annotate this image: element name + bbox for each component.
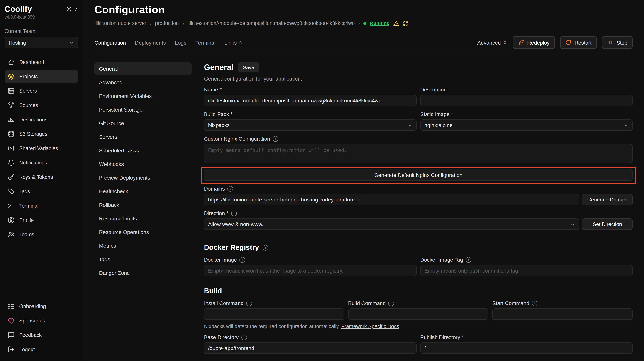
- config-menu-tags[interactable]: Tags: [94, 253, 192, 265]
- build-command-input[interactable]: [348, 308, 488, 320]
- sidebar-item-feedback[interactable]: Feedback: [4, 329, 78, 341]
- tab-terminal[interactable]: Terminal: [196, 40, 216, 46]
- theme-toggle[interactable]: [66, 6, 78, 12]
- heart-icon: [8, 317, 15, 324]
- docker-image-input[interactable]: [204, 265, 416, 276]
- direction-select[interactable]: Allow www & non-www.: [204, 218, 579, 230]
- info-icon[interactable]: i: [262, 245, 268, 250]
- nixpacks-help-text: Nixpacks will detect the required config…: [204, 323, 633, 329]
- sidebar-item-teams[interactable]: Teams: [4, 228, 78, 241]
- sidebar-item-label: Teams: [19, 232, 34, 237]
- sidebar-item-destinations[interactable]: Destinations: [4, 113, 78, 126]
- publish-directory-input[interactable]: [420, 342, 633, 354]
- static-image-select[interactable]: nginx:alpine: [420, 119, 633, 131]
- install-command-label: Install Command i: [204, 300, 344, 306]
- domains-label: Domains i: [204, 186, 633, 192]
- sidebar-item-onboarding[interactable]: Onboarding: [4, 300, 78, 313]
- direction-label: Direction * i: [204, 210, 633, 216]
- sidebar-item-s3-storages[interactable]: S3 Storages: [4, 128, 78, 140]
- warning-triangle-icon[interactable]: [393, 20, 399, 26]
- docker-image-tag-input[interactable]: [420, 265, 633, 276]
- config-menu-advanced[interactable]: Advanced: [94, 76, 192, 89]
- sidebar-item-projects[interactable]: Projects: [4, 70, 78, 83]
- config-menu-webhooks[interactable]: Webhooks: [94, 158, 192, 170]
- config-menu-resource-operations[interactable]: Resource Operations: [94, 226, 192, 238]
- info-icon[interactable]: i: [228, 186, 233, 191]
- config-menu-servers[interactable]: Servers: [94, 130, 192, 143]
- generate-default-nginx-config-button[interactable]: Generate Default Nginx Configuration: [204, 169, 633, 181]
- custom-nginx-textarea[interactable]: [204, 144, 633, 163]
- sidebar-item-dashboard[interactable]: Dashboard: [4, 56, 78, 68]
- info-icon[interactable]: i: [231, 210, 237, 216]
- config-menu-resource-limits[interactable]: Resource Limits: [94, 212, 192, 225]
- annotation-highlight-box: Generate Default Nginx Configuration: [204, 169, 633, 181]
- sidebar-item-sources[interactable]: Sources: [4, 99, 78, 112]
- sidebar-item-tags[interactable]: Tags: [4, 185, 78, 198]
- install-command-input[interactable]: [204, 308, 344, 320]
- build-pack-select[interactable]: Nixpacks: [204, 119, 416, 131]
- breadcrumb-item[interactable]: illicitonion quote server: [94, 21, 146, 26]
- domains-input[interactable]: [204, 194, 579, 205]
- tab-deployments[interactable]: Deployments: [135, 40, 166, 46]
- generate-domain-button[interactable]: Generate Domain: [582, 194, 633, 205]
- sidebar-item-servers[interactable]: Servers: [4, 85, 78, 97]
- set-direction-button[interactable]: Set Direction: [582, 218, 633, 230]
- sidebar-item-sponsor-us[interactable]: Sponsor us: [4, 314, 78, 327]
- save-button[interactable]: Save: [238, 62, 259, 72]
- sidebar-item-label: S3 Storages: [19, 131, 48, 137]
- info-icon[interactable]: i: [246, 300, 252, 306]
- direction-value: Allow www & non-www.: [208, 221, 264, 227]
- description-input[interactable]: [420, 95, 633, 106]
- base-directory-label: Base Directory i: [204, 334, 416, 340]
- status-running-link[interactable]: Running: [370, 21, 390, 26]
- restart-button[interactable]: Restart: [560, 36, 597, 49]
- config-menu-git-source[interactable]: Git Source: [94, 117, 192, 129]
- name-input[interactable]: [204, 95, 416, 106]
- redeploy-button[interactable]: Redeploy: [513, 36, 555, 49]
- base-directory-input[interactable]: [204, 342, 416, 354]
- stop-button[interactable]: Stop: [602, 36, 633, 49]
- sidebar-item-keys-tokens[interactable]: Keys & Tokens: [4, 171, 78, 183]
- sidebar-item-profile[interactable]: Profile: [4, 214, 78, 226]
- sidebar-item-label: Profile: [19, 217, 34, 223]
- sun-icon[interactable]: [66, 6, 72, 12]
- info-icon[interactable]: i: [241, 334, 247, 340]
- build-command-label: Build Command i: [348, 300, 488, 306]
- info-icon[interactable]: i: [273, 136, 278, 142]
- config-menu-danger-zone[interactable]: Danger Zone: [94, 266, 192, 279]
- config-menu-persistent-storage[interactable]: Persistent Storage: [94, 103, 192, 116]
- team-select[interactable]: Hosting: [4, 37, 78, 48]
- framework-docs-link[interactable]: Framework Specific Docs: [341, 323, 399, 329]
- app-logo[interactable]: Coolify: [4, 5, 32, 14]
- config-menu-rollback[interactable]: Rollback: [94, 198, 192, 211]
- build-pack-label: Build Pack *: [204, 111, 416, 117]
- breadcrumb-item[interactable]: illicitestonion/-module--decomposition:m…: [188, 21, 355, 26]
- sidebar-item-terminal[interactable]: Terminal: [4, 200, 78, 212]
- config-menu-preview-deployments[interactable]: Preview Deployments: [94, 171, 192, 184]
- breadcrumb-item[interactable]: production: [155, 21, 179, 26]
- config-menu-environment-variables[interactable]: Environment Variables: [94, 90, 192, 102]
- config-menu-healthcheck[interactable]: Healthcheck: [94, 185, 192, 197]
- info-icon[interactable]: i: [532, 300, 538, 306]
- sidebar-item-logout[interactable]: Logout: [4, 343, 78, 356]
- tab-logs[interactable]: Logs: [175, 40, 186, 46]
- info-icon[interactable]: i: [240, 257, 245, 262]
- coolify-app: Coolify v4.0.0-beta.399 Current Team Hos…: [0, 0, 644, 361]
- refresh-icon[interactable]: [403, 20, 409, 26]
- chevrons-updown-icon: [503, 40, 508, 45]
- config-menu-scheduled-tasks[interactable]: Scheduled Tasks: [94, 144, 192, 157]
- chevron-down-icon: [407, 123, 413, 128]
- config-menu-general[interactable]: General: [94, 62, 192, 75]
- sidebar-item-shared-variables[interactable]: Shared Variables: [4, 142, 78, 155]
- sidebar-item-label: Projects: [19, 74, 38, 79]
- start-command-input[interactable]: [492, 308, 633, 320]
- sidebar-item-notifications[interactable]: Notifications: [4, 157, 78, 169]
- tab-configuration[interactable]: Configuration: [94, 40, 126, 46]
- chevrons-updown-icon[interactable]: [73, 7, 78, 12]
- info-icon[interactable]: i: [388, 300, 394, 306]
- tag-icon: [8, 188, 15, 195]
- advanced-dropdown[interactable]: Advanced: [477, 40, 508, 46]
- tab-links[interactable]: Links: [224, 40, 243, 46]
- info-icon[interactable]: i: [466, 257, 472, 262]
- config-menu-metrics[interactable]: Metrics: [94, 239, 192, 252]
